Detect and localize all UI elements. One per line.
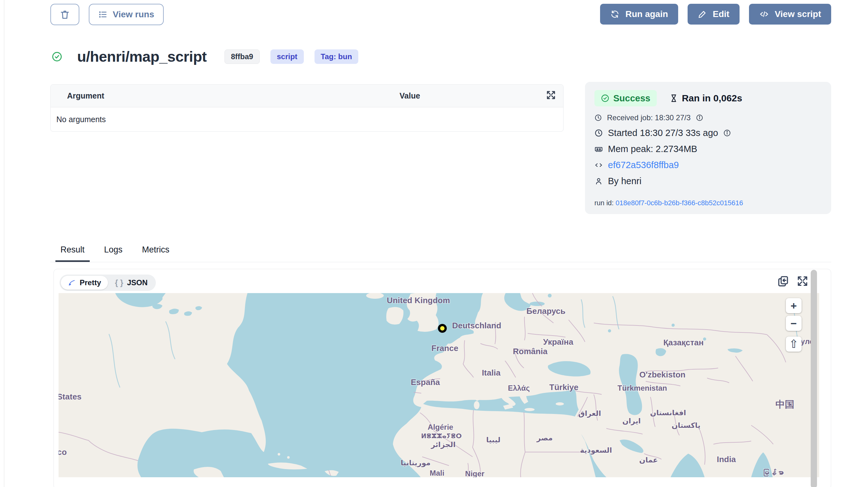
pen-icon xyxy=(68,279,76,287)
person-icon xyxy=(594,177,603,185)
memory-icon xyxy=(594,145,603,153)
result-map[interactable]: United KingdomБеларусьDeutschlandFranceУ… xyxy=(59,293,819,477)
tab-metrics[interactable]: Metrics xyxy=(137,245,175,262)
expand-icon[interactable] xyxy=(546,90,556,100)
run-again-label: Run again xyxy=(625,9,668,19)
world-map-svg: United KingdomБеларусьDeutschlandFranceУ… xyxy=(59,293,819,477)
table-row: No arguments xyxy=(51,108,563,131)
hash-badge: 8ffba9 xyxy=(224,50,260,64)
map-label: România xyxy=(513,346,548,356)
map-label: الجزائر xyxy=(431,440,456,449)
mem-peak-text: Mem peak: 2.2734MB xyxy=(608,144,698,154)
copy-result-icon[interactable] xyxy=(777,275,789,287)
author-text: By henri xyxy=(608,176,641,186)
result-scrollbar[interactable] xyxy=(811,270,817,487)
map-label: پاکستان xyxy=(672,421,701,430)
view-script-button[interactable]: View script xyxy=(749,4,831,25)
check-circle-icon xyxy=(51,51,63,62)
code-icon xyxy=(759,9,769,19)
map-label: မြန်မာ xyxy=(762,469,784,477)
clock-icon xyxy=(594,114,602,122)
map-label: عمان xyxy=(639,456,658,464)
code-icon xyxy=(594,161,603,170)
map-label: France xyxy=(431,343,458,353)
map-label: México xyxy=(59,447,67,457)
result-card: United KingdomБеларусьDeutschlandFranceУ… xyxy=(54,269,831,487)
col-argument: Argument xyxy=(51,91,104,100)
reset-view-button[interactable]: ⇧ xyxy=(786,337,802,352)
json-label: JSON xyxy=(127,278,147,287)
map-label: Niger xyxy=(465,469,484,477)
hourglass-icon xyxy=(669,94,678,103)
map-label: السعودية xyxy=(580,446,612,455)
info-icon[interactable] xyxy=(723,129,731,137)
page-left-divider xyxy=(4,0,4,487)
map-label: العراق xyxy=(578,409,601,418)
map-label: ليبيا xyxy=(486,436,500,444)
started-text: Started 18:30 27/3 33s ago xyxy=(608,128,718,138)
edit-button[interactable]: Edit xyxy=(688,4,740,25)
map-label: Italia xyxy=(482,368,501,377)
list-icon xyxy=(98,10,108,19)
title-row: u/henri/map_script 8ffba9 script Tag: bu… xyxy=(51,48,358,65)
map-label: Türkmenistan xyxy=(617,384,667,392)
map-label: ⵍⴻⵣⵣⴰⵢⴻⵔ xyxy=(421,432,462,439)
edit-label: Edit xyxy=(713,9,730,19)
status-badge: Success xyxy=(594,90,657,106)
map-label: 中国 xyxy=(775,399,794,409)
map-label: Қазақстан xyxy=(663,338,704,347)
map-label: موريتانيا xyxy=(400,459,430,467)
expand-result-icon[interactable] xyxy=(796,275,809,287)
top-toolbar: View runs Run again Edit View script xyxy=(50,4,831,25)
map-marker[interactable] xyxy=(439,325,446,332)
clock-icon xyxy=(594,129,603,137)
run-id-label: run id: xyxy=(594,199,614,207)
status-text: Success xyxy=(613,93,650,103)
duration-text: Ran in 0,062s xyxy=(682,93,742,103)
page-title: u/henri/map_script xyxy=(77,48,207,65)
map-label: Ελλάς xyxy=(508,384,530,392)
pencil-icon xyxy=(698,9,707,19)
map-label: España xyxy=(411,377,440,387)
map-label: India xyxy=(717,455,736,464)
received-text: Received job: 18:30 27/3 xyxy=(607,113,691,122)
view-runs-label: View runs xyxy=(113,9,154,20)
tag-badge: Tag: bun xyxy=(314,50,359,64)
pretty-toggle[interactable]: Pretty xyxy=(61,276,108,290)
map-label: مصر xyxy=(536,434,553,442)
tab-result[interactable]: Result xyxy=(55,245,90,262)
map-label: ایران xyxy=(622,417,641,425)
map-label: Україна xyxy=(543,337,574,346)
success-check-icon xyxy=(601,94,610,103)
map-label: افغانستان xyxy=(650,408,686,417)
view-runs-button[interactable]: View runs xyxy=(89,4,164,25)
map-label: United Kingdom xyxy=(387,296,450,305)
col-value: Value xyxy=(400,91,420,100)
run-id-link[interactable]: 018e80f7-0c6b-b26b-f366-c8b52c015616 xyxy=(616,199,743,207)
result-view-toggle: Pretty { } JSON xyxy=(60,275,156,291)
view-script-label: View script xyxy=(775,9,821,19)
braces-icon: { } xyxy=(115,278,123,287)
zoom-out-button[interactable]: − xyxy=(786,316,802,331)
refresh-icon xyxy=(610,9,620,19)
map-label: Deutschland xyxy=(452,321,501,330)
map-label: Mali xyxy=(430,469,444,477)
run-info-panel: Success Ran in 0,062s Received job: 18:3… xyxy=(585,82,831,214)
json-toggle[interactable]: { } JSON xyxy=(108,276,155,290)
map-label: Algérie xyxy=(428,423,453,431)
script-hash-link[interactable]: ef672a536f8ffba9 xyxy=(608,160,679,170)
map-label: Türkiye xyxy=(549,383,579,392)
delete-button[interactable] xyxy=(50,4,79,25)
tab-logs[interactable]: Logs xyxy=(99,245,128,262)
map-label: Беларусь xyxy=(526,306,565,316)
info-icon[interactable] xyxy=(696,114,703,122)
trash-icon xyxy=(60,9,70,20)
run-again-button[interactable]: Run again xyxy=(600,4,678,25)
zoom-in-button[interactable]: + xyxy=(786,298,802,313)
arguments-table: Argument Value No arguments xyxy=(50,84,563,131)
pretty-label: Pretty xyxy=(80,278,101,287)
no-arguments-text: No arguments xyxy=(56,115,106,124)
kind-badge: script xyxy=(271,50,304,64)
map-controls: + − ⇧ xyxy=(786,298,802,354)
map-label: United States xyxy=(59,392,82,401)
